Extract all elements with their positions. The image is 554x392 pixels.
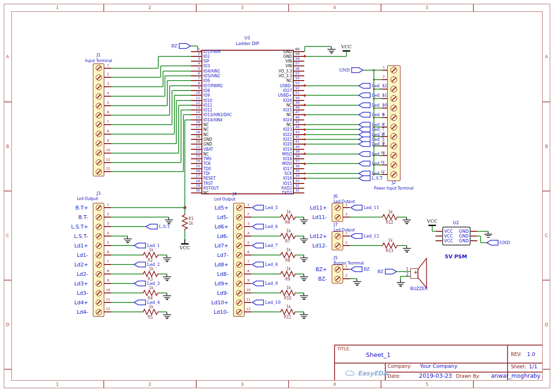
net-flag[interactable] [134, 262, 146, 267]
ground-symbol[interactable] [303, 242, 305, 243]
ground-symbol[interactable] [404, 221, 409, 222]
net-flag[interactable] [179, 43, 191, 49]
schematic-canvas[interactable]: TITLE: Sheet_1 REV: 1.0 EasyEDA Company:… [0, 0, 554, 392]
ground-symbol[interactable] [163, 295, 171, 296]
resistor[interactable] [279, 309, 296, 315]
ground-symbol[interactable] [124, 238, 132, 239]
ground-symbol[interactable] [400, 285, 402, 286]
vcc-symbol[interactable] [181, 243, 189, 245]
resistor[interactable] [182, 213, 188, 230]
ground-symbol[interactable] [164, 316, 170, 317]
net-flag[interactable] [487, 240, 499, 246]
ground-symbol[interactable] [125, 240, 130, 241]
net-flag[interactable] [359, 161, 371, 166]
ground-symbol[interactable] [484, 234, 492, 235]
buzzer-horn[interactable] [418, 258, 427, 288]
resistor[interactable] [279, 271, 296, 277]
resistor[interactable] [279, 233, 296, 239]
ground-symbol[interactable] [486, 235, 491, 236]
net-flag[interactable] [351, 205, 363, 210]
resistor[interactable] [142, 271, 159, 277]
ground-symbol[interactable] [406, 223, 408, 224]
net-flag[interactable] [352, 67, 363, 73]
net-flag[interactable] [146, 224, 158, 229]
ground-symbol[interactable] [301, 316, 307, 317]
net-flag[interactable] [359, 151, 371, 157]
ground-symbol[interactable] [301, 240, 307, 241]
ground-symbol[interactable] [356, 284, 358, 285]
ground-symbol[interactable] [166, 318, 168, 319]
ground-symbol[interactable] [166, 221, 172, 222]
net-flag[interactable] [134, 243, 146, 248]
ground-symbol[interactable] [403, 219, 411, 220]
pin-number: 12 [381, 170, 385, 173]
resistor[interactable] [381, 214, 398, 220]
net-flag[interactable] [359, 112, 371, 118]
ground-symbol[interactable] [397, 282, 405, 283]
ground-symbol[interactable] [403, 248, 411, 249]
ground-symbol[interactable] [300, 257, 308, 258]
ground-symbol[interactable] [303, 280, 305, 281]
pin-stub [104, 292, 111, 293]
net-flag[interactable] [359, 175, 371, 181]
ground-symbol[interactable] [487, 237, 490, 238]
ground-symbol[interactable] [303, 261, 305, 262]
ground-symbol[interactable] [406, 251, 408, 252]
net-flag[interactable] [252, 300, 264, 305]
resistor[interactable] [381, 242, 398, 249]
net-flag[interactable] [252, 281, 264, 286]
resistor[interactable] [142, 252, 159, 258]
ruler-row-label: A [545, 55, 548, 59]
net-flag[interactable] [351, 233, 363, 239]
net-flag[interactable] [134, 300, 146, 305]
resistor[interactable] [279, 290, 296, 296]
ground-symbol[interactable] [301, 259, 307, 260]
ground-symbol[interactable] [353, 281, 361, 282]
net-flag[interactable] [351, 266, 363, 272]
ground-symbol[interactable] [165, 219, 173, 220]
ground-symbol[interactable] [404, 250, 409, 251]
ground-symbol[interactable] [163, 314, 171, 315]
resistor[interactable] [142, 309, 159, 315]
net-flag[interactable] [359, 92, 371, 98]
ground-symbol[interactable] [301, 297, 307, 298]
ground-symbol[interactable] [300, 219, 308, 220]
resistor[interactable] [142, 290, 159, 296]
ground-symbol[interactable] [164, 297, 170, 298]
ground-symbol[interactable] [300, 314, 308, 315]
resistor[interactable] [279, 214, 296, 220]
ground-symbol[interactable] [300, 238, 308, 239]
ground-symbol[interactable] [303, 299, 305, 300]
ground-symbol[interactable] [166, 299, 168, 300]
vcc-symbol[interactable] [343, 50, 350, 52]
resistor[interactable] [279, 252, 296, 258]
ground-symbol[interactable] [329, 51, 334, 52]
ground-symbol[interactable] [327, 49, 336, 50]
ground-symbol[interactable] [303, 318, 305, 319]
ground-symbol[interactable] [301, 278, 307, 279]
ground-symbol[interactable] [163, 276, 171, 277]
net-flag[interactable] [252, 243, 264, 248]
net-flag[interactable] [252, 205, 264, 210]
ground-symbol[interactable] [354, 283, 360, 284]
ground-symbol[interactable] [164, 278, 170, 279]
net-flag[interactable] [359, 83, 371, 89]
net-flag[interactable] [359, 102, 371, 108]
net-flag[interactable] [385, 269, 397, 274]
ground-symbol[interactable] [164, 259, 170, 260]
ground-symbol[interactable] [303, 223, 305, 224]
net-flag[interactable] [252, 262, 264, 267]
net-flag[interactable] [359, 141, 371, 147]
net-flag[interactable] [134, 281, 146, 286]
ground-symbol[interactable] [300, 276, 308, 277]
ground-symbol[interactable] [127, 242, 129, 243]
terminal-label: L.S.T- [74, 233, 88, 239]
ground-symbol[interactable] [166, 261, 168, 262]
ground-symbol[interactable] [300, 295, 308, 296]
ground-symbol[interactable] [163, 257, 171, 258]
ground-symbol[interactable] [398, 284, 403, 285]
net-flag[interactable] [252, 224, 264, 229]
ground-symbol[interactable] [330, 52, 333, 53]
ground-symbol[interactable] [301, 221, 307, 222]
ground-symbol[interactable] [166, 280, 168, 281]
